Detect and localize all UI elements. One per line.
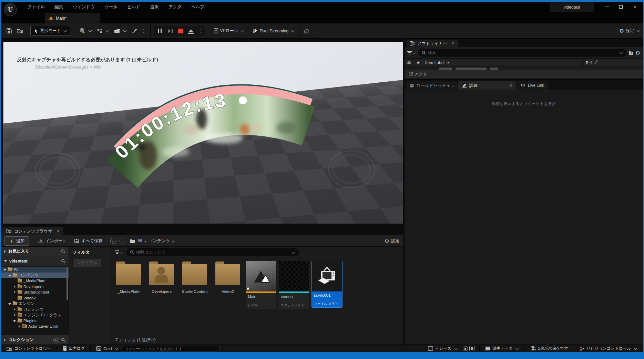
insights-snapshot-icon[interactable]: [469, 346, 474, 351]
settings-dropdown[interactable]: ⚙ 設定: [620, 28, 640, 34]
search-icon[interactable]: [61, 259, 65, 263]
content-search-box[interactable]: [126, 248, 299, 256]
collections-section-header[interactable]: コレクション +: [1, 335, 69, 345]
content-search-input[interactable]: [136, 250, 289, 254]
menu-help[interactable]: ヘルプ: [187, 3, 208, 11]
folder-developers[interactable]: Developers: [146, 261, 177, 294]
tab-live-link[interactable]: Live Link: [517, 81, 548, 90]
step-frame-button[interactable]: [165, 27, 175, 35]
tree-item-engine-content[interactable]: コンテンツ: [1, 307, 69, 312]
insights-session-icon[interactable]: [463, 346, 468, 351]
tree-item-developers[interactable]: Developers: [1, 284, 69, 290]
revision-control-dropdown[interactable]: リビジョンコントロール: [576, 345, 641, 352]
asset-main-level[interactable]: * Mainレベル: [246, 261, 276, 309]
grid-filter-button[interactable]: [115, 250, 124, 255]
tab-world-settings[interactable]: ワールドセッティ...: [406, 81, 458, 90]
item-label-column-header[interactable]: Item Label: [423, 59, 583, 66]
breadcrumb-folder[interactable]: コンテンツ: [149, 238, 170, 244]
forward-button[interactable]: →: [119, 238, 125, 244]
vp-roll-dropdown[interactable]: VPロール: [211, 26, 247, 36]
asset-scync001-media[interactable]: scync001ファイル メディア...: [312, 261, 342, 307]
outliner-settings-gear-icon[interactable]: ⚙: [636, 50, 640, 55]
folder-mediaplate[interactable]: _MediaPlate: [113, 261, 144, 294]
import-button[interactable]: インポート: [35, 237, 70, 245]
back-button[interactable]: ←: [110, 238, 116, 244]
tree-item-engine-cpp[interactable]: C+エンジン C++ クラス: [1, 312, 69, 318]
save-all-button[interactable]: すべて保存: [71, 237, 105, 245]
outliner-search-box[interactable]: [418, 49, 626, 57]
folder-startercontent[interactable]: StarterContent: [180, 261, 210, 294]
search-icon[interactable]: [61, 249, 65, 254]
tree-item-actor-layer-utilities[interactable]: ▦Actor Layer Utiliti: [1, 324, 69, 329]
visibility-column-header[interactable]: [405, 59, 414, 66]
console-command-input[interactable]: [124, 347, 217, 351]
tree-item-startercontent[interactable]: StarterContent: [1, 289, 69, 295]
outliner-filter-button[interactable]: [407, 50, 416, 55]
tree-item-plugins[interactable]: Plugins: [1, 318, 69, 324]
folder-video2[interactable]: Video2: [213, 261, 243, 294]
close-tab-icon[interactable]: ✕: [57, 229, 60, 234]
toolbar-overflow-kebab[interactable]: ⋮: [140, 28, 148, 33]
add-collection-icon[interactable]: +: [53, 338, 58, 342]
trace-dropdown[interactable]: トレース: [425, 345, 461, 352]
save-button[interactable]: [4, 26, 14, 36]
add-button[interactable]: ＋ 追加: [4, 236, 29, 246]
play-options-kebab[interactable]: ⋮: [196, 28, 205, 33]
maximize-button[interactable]: [614, 2, 628, 12]
media-capture-button[interactable]: [301, 26, 313, 36]
menu-build[interactable]: ビルド: [123, 3, 144, 11]
cinematics-dropdown[interactable]: [112, 26, 129, 36]
close-details-tab-icon[interactable]: ✕: [509, 83, 512, 88]
menu-tools[interactable]: ツール: [100, 3, 122, 11]
stop-button[interactable]: [175, 27, 186, 35]
output-log-button[interactable]: 出力ログ: [59, 345, 89, 352]
close-button[interactable]: ×: [628, 2, 642, 12]
level-viewport[interactable]: 01:00:12:13 ● 反射のキャプチャを再ビルドする必要があります (1 …: [3, 42, 403, 224]
filter-chip-material[interactable]: マテリアル: [72, 259, 101, 267]
menu-edit[interactable]: 編集: [50, 3, 67, 11]
favorite-column-header[interactable]: ★: [414, 59, 423, 66]
type-column-header[interactable]: タイプ: [583, 59, 643, 66]
tab-content-browser[interactable]: コンテンツブラウザ ✕: [2, 227, 63, 235]
unreal-logo-icon[interactable]: U: [4, 3, 17, 16]
search-icon[interactable]: [61, 338, 65, 342]
select-mode-dropdown[interactable]: 選択モード: [30, 26, 71, 36]
cmd-dropdown[interactable]: Cmd: [93, 345, 122, 352]
derived-data-dropdown[interactable]: 派生データ: [482, 345, 522, 352]
close-tab-icon[interactable]: ✕: [451, 41, 454, 46]
landscape-paint-button[interactable]: [129, 26, 140, 36]
console-command-box[interactable]: [122, 346, 220, 351]
tab-details[interactable]: 詳細 ✕: [458, 81, 516, 90]
minimize-button[interactable]: [600, 2, 614, 12]
menu-file[interactable]: ファイル: [23, 3, 49, 11]
capture-options-kebab[interactable]: ⋮: [313, 28, 321, 33]
menu-select[interactable]: 選択: [146, 3, 163, 11]
tree-item-mediaplate[interactable]: _MediaPlate: [1, 278, 69, 284]
outliner-search-input[interactable]: [428, 51, 616, 55]
project-section-header[interactable]: videotest: [1, 256, 69, 266]
tree-item-engine[interactable]: エンジン: [1, 301, 69, 307]
pause-button[interactable]: [155, 27, 165, 35]
floppy-icon: [6, 28, 12, 34]
menu-actor[interactable]: アクタ: [164, 3, 186, 11]
unsaved-files-button[interactable]: ＊ 1個が未保存です: [527, 345, 572, 352]
favorites-section-header[interactable]: お気に入り: [1, 247, 69, 256]
chevron-right-icon[interactable]: ›: [172, 238, 174, 244]
eject-button[interactable]: [186, 27, 196, 35]
pixel-streaming-dropdown[interactable]: Pixel Streaming: [250, 26, 297, 35]
browse-content-button[interactable]: [14, 26, 25, 36]
blueprint-dropdown[interactable]: [94, 26, 112, 36]
tree-item-content[interactable]: コンテンツ: [1, 273, 69, 278]
content-drawer-button[interactable]: コンテンツドロワー: [3, 345, 54, 352]
tab-outliner[interactable]: アウトライナー ✕: [407, 40, 458, 47]
tab-main-level[interactable]: Main*: [45, 13, 100, 23]
asset-screen-staticmesh[interactable]: screenスタティックメッシュ: [279, 261, 309, 309]
add-actor-dropdown[interactable]: +: [76, 25, 94, 36]
add-content-icon[interactable]: +: [628, 50, 634, 55]
tree-scrollbar[interactable]: [67, 267, 68, 300]
menu-window[interactable]: ウィンドウ: [69, 3, 99, 11]
breadcrumb-root[interactable]: All: [137, 238, 142, 243]
tree-item-all[interactable]: All: [1, 267, 69, 273]
tree-item-video2[interactable]: Video2: [1, 295, 69, 301]
content-browser-settings[interactable]: ⚙ 設定: [385, 238, 399, 244]
